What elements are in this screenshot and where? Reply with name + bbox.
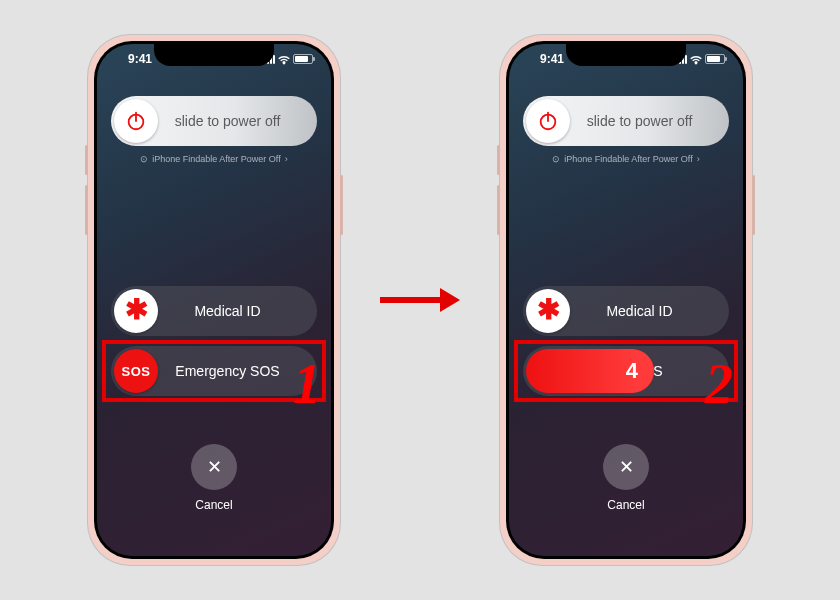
chevron-right-icon: › <box>697 154 700 164</box>
findable-link[interactable]: ⊙ iPhone Findable After Power Off › <box>509 154 743 164</box>
medical-id-slider[interactable]: ✱ Medical ID <box>523 286 729 336</box>
power-off-screen: 9:41 slide to power off <box>97 44 331 556</box>
medical-id-thumb: ✱ <box>526 289 570 333</box>
wifi-icon <box>690 54 702 64</box>
cancel-label: Cancel <box>607 498 644 512</box>
power-off-slider[interactable]: slide to power off <box>111 96 317 146</box>
power-off-label: slide to power off <box>570 113 729 129</box>
chevron-right-icon: › <box>285 154 288 164</box>
emergency-sos-slider[interactable]: SOS Emergency SOS <box>111 346 317 396</box>
volume-up-button <box>497 145 500 175</box>
close-icon: ✕ <box>207 456 222 478</box>
sos-icon-text: SOS <box>122 364 151 379</box>
power-off-screen: 9:41 slide to power off <box>509 44 743 556</box>
sos-countdown: 4 <box>626 358 638 384</box>
phone-bezel: 9:41 slide to power off <box>506 41 746 559</box>
cancel-area: ✕ Cancel <box>97 444 331 512</box>
volume-down-button <box>85 185 88 235</box>
power-icon <box>114 99 158 143</box>
power-icon <box>526 99 570 143</box>
asterisk-icon: ✱ <box>537 293 560 326</box>
battery-icon <box>293 54 313 64</box>
sos-drag-progress: 4 <box>526 349 654 393</box>
find-my-icon: ⊙ <box>140 154 148 164</box>
phone-bezel: 9:41 slide to power off <box>94 41 334 559</box>
tutorial-stage: 9:41 slide to power off <box>88 35 752 565</box>
wifi-icon <box>278 54 290 64</box>
medical-id-label: Medical ID <box>570 303 729 319</box>
side-button <box>752 175 755 235</box>
cancel-area: ✕ Cancel <box>509 444 743 512</box>
battery-icon <box>705 54 725 64</box>
side-button <box>340 175 343 235</box>
step-number-2: 2 <box>705 352 733 416</box>
medical-id-thumb: ✱ <box>114 289 158 333</box>
phone-mock-2: 9:41 slide to power off <box>500 35 752 565</box>
medical-id-label: Medical ID <box>158 303 317 319</box>
notch <box>154 44 274 66</box>
notch <box>566 44 686 66</box>
asterisk-icon: ✱ <box>125 293 148 326</box>
medical-id-slider[interactable]: ✱ Medical ID <box>111 286 317 336</box>
findable-text: iPhone Findable After Power Off <box>564 154 692 164</box>
emergency-sos-slider-active[interactable]: 4 SOS <box>523 346 729 396</box>
sos-thumb: SOS <box>114 349 158 393</box>
tutorial-arrow-icon <box>380 290 460 310</box>
cancel-label: Cancel <box>195 498 232 512</box>
find-my-icon: ⊙ <box>552 154 560 164</box>
volume-up-button <box>85 145 88 175</box>
findable-link[interactable]: ⊙ iPhone Findable After Power Off › <box>97 154 331 164</box>
phone-mock-1: 9:41 slide to power off <box>88 35 340 565</box>
close-icon: ✕ <box>619 456 634 478</box>
cancel-button[interactable]: ✕ <box>603 444 649 490</box>
findable-text: iPhone Findable After Power Off <box>152 154 280 164</box>
cancel-button[interactable]: ✕ <box>191 444 237 490</box>
power-off-slider[interactable]: slide to power off <box>523 96 729 146</box>
volume-down-button <box>497 185 500 235</box>
power-off-label: slide to power off <box>158 113 317 129</box>
step-number-1: 1 <box>293 352 321 416</box>
